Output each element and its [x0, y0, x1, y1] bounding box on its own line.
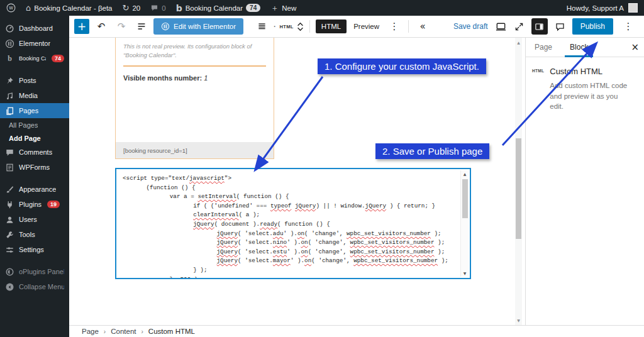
admin-sidebar-menu: DashboardElementorbBooking Calendar74Pos… — [0, 16, 69, 337]
block-options-button[interactable]: ⋮ — [386, 18, 402, 35]
howdy-text[interactable]: Howdy, Support A — [567, 4, 624, 12]
sidebar-item-booking-calendar[interactable]: bBooking Calendar74 — [0, 51, 69, 66]
scroll-up-icon[interactable]: ▲ — [461, 172, 469, 176]
annotation-step-2: 2. Save or Publish page — [375, 143, 489, 159]
home-icon: ⌂ — [26, 4, 31, 12]
sidebar-item-settings[interactable]: Settings — [0, 242, 69, 257]
sidebar-item-appearance[interactable]: Appearance — [0, 182, 69, 197]
preview-device-button[interactable] — [495, 21, 507, 33]
updates-link[interactable]: ↻ 20 — [123, 4, 141, 12]
tools-icon — [5, 230, 14, 240]
view-page-button[interactable] — [514, 21, 525, 32]
scroll-up-icon[interactable]: ▲ — [515, 40, 522, 45]
scrollbar-thumb[interactable] — [462, 179, 468, 218]
sidebar-item-media[interactable]: Media — [0, 88, 69, 103]
canvas-scrollbar[interactable]: ▲ ▼ — [515, 38, 522, 325]
tab-block[interactable]: Block — [561, 38, 597, 57]
booking-calendar-toolbar-link[interactable]: b Booking Calendar 74 — [176, 4, 261, 13]
booking-calendar-preview-block[interactable]: This is not real preview. Its configurat… — [115, 38, 274, 159]
custom-html-code-editor[interactable]: ▲ ▼ <script type="text/javascript"> (fun… — [115, 168, 471, 279]
block-inserter-button[interactable]: + — [74, 19, 89, 34]
wordpress-menu[interactable]: W — [6, 3, 16, 13]
block-breadcrumb: Page › Content › Custom HTML — [69, 325, 644, 337]
elementor-icon — [5, 39, 14, 48]
sidebar-item-posts[interactable]: Posts — [0, 73, 69, 88]
posts-icon — [5, 76, 14, 86]
wordpress-logo-icon: W — [6, 3, 16, 13]
redo-button[interactable]: ↷ — [113, 18, 130, 35]
appearance-icon — [5, 185, 14, 194]
scroll-down-icon[interactable]: ▼ — [515, 318, 522, 323]
plugin-name: Booking Calendar — [186, 4, 243, 12]
code-line: jQuery( document ).ready( function () { — [123, 220, 456, 229]
sidebar-item-label: Settings — [19, 246, 44, 253]
code-line: if ( ('undefined' === typeof jQuery) || … — [123, 202, 456, 211]
settings-sidebar-toggle[interactable] — [531, 18, 548, 35]
comment-bubble-icon — [150, 4, 158, 12]
code-line: } ); — [123, 266, 456, 275]
html-block-icon: HTML — [532, 69, 544, 112]
sidebar-item-label: Booking Calendar — [19, 55, 46, 62]
booking-calendar-icon: b — [176, 4, 182, 13]
breadcrumb-page[interactable]: Page — [82, 328, 99, 335]
menu-gap — [0, 66, 69, 73]
sidebar-item-add-page[interactable]: Add Page — [0, 131, 69, 145]
sidebar-item-collapse-menu[interactable]: Collapse Menu — [0, 279, 69, 294]
code-scrollbar[interactable]: ▲ ▼ — [460, 170, 469, 277]
comments-toggle-button[interactable] — [555, 21, 565, 32]
sidebar-item-oplugins-panel[interactable]: oPlugins Panel — [0, 264, 69, 279]
sidebar-item-wpforms[interactable]: WPForms — [0, 160, 69, 175]
sidebar-item-users[interactable]: Users — [0, 212, 69, 227]
sidebar-item-label: Posts — [19, 77, 36, 84]
list-view-button[interactable] — [133, 18, 150, 35]
code-line: }, 500 ); — [123, 275, 456, 279]
move-down-button[interactable] — [297, 27, 304, 31]
sidebar-item-label: Users — [19, 216, 37, 223]
block-description: Add custom HTML code and preview it as y… — [550, 80, 631, 112]
sidebar-item-dashboard[interactable]: Dashboard — [0, 21, 69, 36]
chevron-right-icon: › — [141, 328, 143, 335]
sidebar-item-plugins[interactable]: Plugins19 — [0, 197, 69, 212]
move-up-button[interactable] — [297, 22, 304, 26]
breadcrumb-custom-html[interactable]: Custom HTML — [148, 328, 195, 335]
sidebar-item-all-pages[interactable]: All Pages — [0, 118, 69, 131]
sidebar-item-tools[interactable]: Tools — [0, 227, 69, 242]
breadcrumb-content[interactable]: Content — [111, 328, 136, 335]
oplugins-icon — [5, 267, 14, 277]
code-line: jQuery( 'select.mayor' ).on( 'change', w… — [123, 257, 456, 266]
undo-button[interactable]: ↶ — [93, 18, 109, 35]
sidebar-item-pages[interactable]: Pages — [0, 103, 69, 118]
scroll-down-icon[interactable]: ▼ — [461, 271, 469, 275]
collapse-toolbar-button[interactable]: « — [414, 18, 431, 35]
edit-with-elementor-button[interactable]: Edit with Elementor — [153, 18, 243, 35]
editor-options-button[interactable]: ⋮ — [620, 18, 636, 35]
plugins-icon — [5, 200, 14, 209]
site-name-link[interactable]: ⌂ Booking Calendar - βeta — [26, 4, 113, 12]
avatar[interactable] — [628, 3, 638, 13]
html-mode-button[interactable]: HTML — [316, 19, 347, 33]
new-content-link[interactable]: ＋ New — [270, 4, 296, 12]
elementor-icon — [161, 22, 170, 31]
code-line: clearInterval( a ); — [123, 211, 456, 220]
sidebar-item-label: Collapse Menu — [19, 283, 64, 290]
sidebar-panel-icon — [535, 22, 544, 31]
tab-page[interactable]: Page — [526, 38, 561, 57]
collapse-icon — [5, 282, 14, 292]
preview-mode-button[interactable]: Preview — [350, 19, 383, 33]
months-value: 1 — [204, 74, 208, 82]
block-switcher-button[interactable] — [253, 18, 270, 35]
sidebar-item-comments[interactable]: Comments — [0, 145, 69, 160]
drag-handle-icon[interactable]: · — [273, 21, 276, 32]
scrollbar-thumb[interactable] — [516, 138, 521, 239]
comment-bubble-icon — [555, 21, 565, 32]
save-draft-button[interactable]: Save draft — [453, 22, 488, 31]
code-line: jQuery( 'select.nino' ).on( 'change', wp… — [123, 238, 456, 248]
publish-button[interactable]: Publish — [572, 18, 613, 35]
comments-link[interactable]: 0 — [150, 4, 165, 12]
sidebar-item-elementor[interactable]: Elementor — [0, 36, 69, 51]
external-expand-icon — [514, 21, 525, 32]
pages-icon — [5, 106, 14, 116]
sidebar-item-label: oPlugins Panel — [19, 268, 64, 275]
html-block-icon — [257, 21, 267, 32]
close-sidebar-button[interactable]: × — [631, 41, 639, 53]
